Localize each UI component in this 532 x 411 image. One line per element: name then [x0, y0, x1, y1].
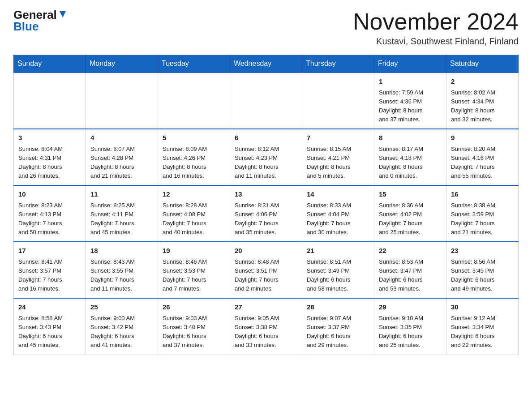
- day-of-week-header: Wednesday: [230, 55, 302, 73]
- day-info: Sunrise: 8:15 AMSunset: 4:21 PMDaylight:…: [307, 145, 369, 181]
- calendar-cell: 12Sunrise: 8:28 AMSunset: 4:08 PMDayligh…: [158, 185, 230, 242]
- day-info: Sunrise: 8:46 AMSunset: 3:53 PMDaylight:…: [163, 257, 225, 294]
- day-info: Sunrise: 8:58 AMSunset: 3:43 PMDaylight:…: [18, 314, 81, 350]
- day-info: Sunrise: 7:59 AMSunset: 4:36 PMDaylight:…: [379, 88, 442, 124]
- calendar-cell: [14, 73, 86, 129]
- day-number: 24: [18, 302, 81, 313]
- calendar-cell: 13Sunrise: 8:31 AMSunset: 4:06 PMDayligh…: [230, 185, 302, 242]
- calendar-cell: 16Sunrise: 8:38 AMSunset: 3:59 PMDayligh…: [446, 185, 519, 242]
- day-info: Sunrise: 9:10 AMSunset: 3:35 PMDaylight:…: [379, 314, 442, 350]
- day-of-week-header: Tuesday: [158, 55, 230, 73]
- calendar-cell: 20Sunrise: 8:48 AMSunset: 3:51 PMDayligh…: [230, 242, 302, 298]
- day-info: Sunrise: 9:12 AMSunset: 3:34 PMDaylight:…: [451, 314, 514, 350]
- calendar-cell: 23Sunrise: 8:56 AMSunset: 3:45 PMDayligh…: [446, 242, 519, 298]
- day-number: 20: [235, 246, 297, 256]
- month-title: November 2024: [353, 9, 519, 34]
- calendar-cell: [158, 73, 230, 129]
- calendar-cell: 29Sunrise: 9:10 AMSunset: 3:35 PMDayligh…: [374, 298, 446, 355]
- calendar-cell: [86, 73, 158, 129]
- calendar-table: SundayMondayTuesdayWednesdayThursdayFrid…: [13, 55, 519, 355]
- calendar-cell: 10Sunrise: 8:23 AMSunset: 4:13 PMDayligh…: [14, 185, 86, 242]
- calendar-cell: 8Sunrise: 8:17 AMSunset: 4:18 PMDaylight…: [374, 129, 446, 185]
- calendar-cell: 3Sunrise: 8:04 AMSunset: 4:31 PMDaylight…: [14, 129, 86, 185]
- day-number: 14: [307, 189, 369, 200]
- calendar-cell: 26Sunrise: 9:03 AMSunset: 3:40 PMDayligh…: [158, 298, 230, 355]
- day-info: Sunrise: 8:33 AMSunset: 4:04 PMDaylight:…: [307, 201, 369, 237]
- day-number: 30: [451, 302, 514, 313]
- day-info: Sunrise: 8:09 AMSunset: 4:26 PMDaylight:…: [163, 145, 225, 181]
- day-info: Sunrise: 8:53 AMSunset: 3:47 PMDaylight:…: [379, 257, 442, 294]
- calendar-cell: 21Sunrise: 8:51 AMSunset: 3:49 PMDayligh…: [302, 242, 374, 298]
- calendar-cell: 18Sunrise: 8:43 AMSunset: 3:55 PMDayligh…: [86, 242, 158, 298]
- svg-marker-0: [60, 11, 66, 17]
- day-info: Sunrise: 8:20 AMSunset: 4:16 PMDaylight:…: [451, 145, 514, 181]
- day-info: Sunrise: 9:00 AMSunset: 3:42 PMDaylight:…: [90, 314, 153, 350]
- day-number: 6: [235, 133, 297, 143]
- day-info: Sunrise: 9:07 AMSunset: 3:37 PMDaylight:…: [307, 314, 369, 350]
- day-number: 18: [90, 246, 153, 256]
- day-info: Sunrise: 8:17 AMSunset: 4:18 PMDaylight:…: [379, 145, 442, 181]
- calendar-cell: 24Sunrise: 8:58 AMSunset: 3:43 PMDayligh…: [14, 298, 86, 355]
- day-info: Sunrise: 9:03 AMSunset: 3:40 PMDaylight:…: [163, 314, 225, 350]
- day-info: Sunrise: 8:43 AMSunset: 3:55 PMDaylight:…: [90, 257, 153, 294]
- day-info: Sunrise: 8:38 AMSunset: 3:59 PMDaylight:…: [451, 201, 514, 237]
- calendar-cell: 4Sunrise: 8:07 AMSunset: 4:28 PMDaylight…: [86, 129, 158, 185]
- day-number: 3: [18, 133, 81, 143]
- day-of-week-header: Saturday: [446, 55, 519, 73]
- day-number: 21: [307, 246, 369, 256]
- day-info: Sunrise: 8:48 AMSunset: 3:51 PMDaylight:…: [235, 257, 297, 294]
- calendar-cell: 17Sunrise: 8:41 AMSunset: 3:57 PMDayligh…: [14, 242, 86, 298]
- day-info: Sunrise: 8:12 AMSunset: 4:23 PMDaylight:…: [235, 145, 297, 181]
- day-number: 13: [235, 189, 297, 200]
- day-of-week-header: Thursday: [302, 55, 374, 73]
- calendar-cell: 27Sunrise: 9:05 AMSunset: 3:38 PMDayligh…: [230, 298, 302, 355]
- day-info: Sunrise: 8:31 AMSunset: 4:06 PMDaylight:…: [235, 201, 297, 237]
- day-number: 16: [451, 189, 514, 200]
- day-number: 7: [307, 133, 369, 143]
- day-number: 5: [163, 133, 225, 143]
- day-of-week-header: Friday: [374, 55, 446, 73]
- day-number: 12: [163, 189, 225, 200]
- calendar-cell: 14Sunrise: 8:33 AMSunset: 4:04 PMDayligh…: [302, 185, 374, 242]
- day-info: Sunrise: 8:25 AMSunset: 4:11 PMDaylight:…: [90, 201, 153, 237]
- day-number: 19: [163, 246, 225, 256]
- calendar-week-row: 1Sunrise: 7:59 AMSunset: 4:36 PMDaylight…: [14, 73, 519, 129]
- day-info: Sunrise: 9:05 AMSunset: 3:38 PMDaylight:…: [235, 314, 297, 350]
- day-info: Sunrise: 8:36 AMSunset: 4:02 PMDaylight:…: [379, 201, 442, 237]
- calendar-cell: 7Sunrise: 8:15 AMSunset: 4:21 PMDaylight…: [302, 129, 374, 185]
- calendar-cell: 28Sunrise: 9:07 AMSunset: 3:37 PMDayligh…: [302, 298, 374, 355]
- calendar-cell: 30Sunrise: 9:12 AMSunset: 3:34 PMDayligh…: [446, 298, 519, 355]
- calendar-cell: 15Sunrise: 8:36 AMSunset: 4:02 PMDayligh…: [374, 185, 446, 242]
- calendar-week-row: 17Sunrise: 8:41 AMSunset: 3:57 PMDayligh…: [14, 242, 519, 298]
- title-block: November 2024 Kustavi, Southwest Finland…: [353, 9, 519, 47]
- location: Kustavi, Southwest Finland, Finland: [353, 36, 519, 47]
- day-number: 8: [379, 133, 442, 143]
- day-info: Sunrise: 8:51 AMSunset: 3:49 PMDaylight:…: [307, 257, 369, 294]
- calendar-cell: 25Sunrise: 9:00 AMSunset: 3:42 PMDayligh…: [86, 298, 158, 355]
- day-number: 27: [235, 302, 297, 313]
- day-info: Sunrise: 8:41 AMSunset: 3:57 PMDaylight:…: [18, 257, 81, 294]
- day-number: 26: [163, 302, 225, 313]
- day-info: Sunrise: 8:28 AMSunset: 4:08 PMDaylight:…: [163, 201, 225, 237]
- day-number: 9: [451, 133, 514, 143]
- calendar-cell: [302, 73, 374, 129]
- calendar-cell: 9Sunrise: 8:20 AMSunset: 4:16 PMDaylight…: [446, 129, 519, 185]
- day-number: 29: [379, 302, 442, 313]
- logo-triangle-icon: [58, 9, 68, 19]
- day-of-week-header: Sunday: [14, 55, 86, 73]
- day-info: Sunrise: 8:56 AMSunset: 3:45 PMDaylight:…: [451, 257, 514, 294]
- calendar-cell: 19Sunrise: 8:46 AMSunset: 3:53 PMDayligh…: [158, 242, 230, 298]
- calendar-week-row: 10Sunrise: 8:23 AMSunset: 4:13 PMDayligh…: [14, 185, 519, 242]
- day-info: Sunrise: 8:23 AMSunset: 4:13 PMDaylight:…: [18, 201, 81, 237]
- calendar-cell: 22Sunrise: 8:53 AMSunset: 3:47 PMDayligh…: [374, 242, 446, 298]
- calendar-cell: 2Sunrise: 8:02 AMSunset: 4:34 PMDaylight…: [446, 73, 519, 129]
- calendar-cell: 5Sunrise: 8:09 AMSunset: 4:26 PMDaylight…: [158, 129, 230, 185]
- calendar-week-row: 24Sunrise: 8:58 AMSunset: 3:43 PMDayligh…: [14, 298, 519, 355]
- day-number: 4: [90, 133, 153, 143]
- calendar-cell: 6Sunrise: 8:12 AMSunset: 4:23 PMDaylight…: [230, 129, 302, 185]
- day-number: 15: [379, 189, 442, 200]
- day-of-week-header: Monday: [86, 55, 158, 73]
- day-number: 23: [451, 246, 514, 256]
- logo-general: General: [13, 9, 57, 21]
- day-info: Sunrise: 8:04 AMSunset: 4:31 PMDaylight:…: [18, 145, 81, 181]
